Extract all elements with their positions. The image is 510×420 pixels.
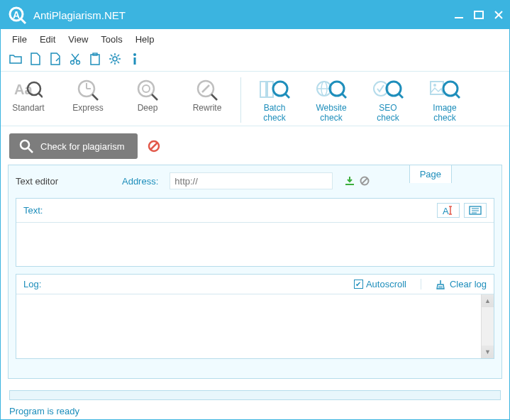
minimize-button[interactable] <box>454 10 464 20</box>
menu-file[interactable]: File <box>6 32 33 47</box>
svg-point-13 <box>113 57 117 61</box>
close-button[interactable] <box>494 10 504 20</box>
batch-check[interactable]: Batch check <box>255 77 294 123</box>
save-file-icon[interactable] <box>49 52 62 65</box>
svg-line-20 <box>118 55 120 57</box>
toolbar <box>1 50 509 72</box>
files-magnifier-icon <box>259 77 290 101</box>
menu-view[interactable]: View <box>62 32 94 47</box>
maximize-button[interactable] <box>474 10 484 20</box>
mode-standart[interactable]: Aa Standart <box>9 77 48 123</box>
settings-icon[interactable] <box>109 52 121 65</box>
svg-point-50 <box>433 84 436 87</box>
open-folder-icon[interactable] <box>9 52 22 65</box>
page-tab[interactable]: Page <box>409 165 452 183</box>
scroll-down-icon[interactable]: ▼ <box>482 346 494 358</box>
seo-check[interactable]: SEO check <box>369 77 407 123</box>
svg-point-8 <box>77 61 80 65</box>
menubar: File Edit View Tools Help <box>1 29 509 50</box>
menu-help[interactable]: Help <box>130 32 160 47</box>
prohibited-icon[interactable] <box>148 140 160 153</box>
check-plagiarism-button[interactable]: Check for plagiarism <box>9 133 138 159</box>
mode-deep[interactable]: Deep <box>128 77 167 123</box>
app-title: AntiPlagiarism.NET <box>33 9 454 21</box>
titlebar: A AntiPlagiarism.NET <box>1 1 509 29</box>
svg-point-7 <box>71 61 74 65</box>
log-panel: Log: ✔ Autoscroll Clear log ▲ ▼ <box>16 274 494 359</box>
svg-line-54 <box>28 148 33 153</box>
clock-magnifier-icon <box>75 77 101 101</box>
svg-line-30 <box>92 94 98 100</box>
svg-line-48 <box>399 94 403 98</box>
actionbar: Check for plagiarism <box>1 126 509 165</box>
address-input[interactable] <box>170 172 333 189</box>
text-panel: Text: A <box>16 198 494 267</box>
svg-line-52 <box>455 94 460 98</box>
svg-line-19 <box>118 62 120 64</box>
svg-line-33 <box>152 94 157 100</box>
log-label: Log: <box>23 279 354 289</box>
image-check[interactable]: Image check <box>426 77 464 123</box>
download-icon[interactable] <box>344 175 355 187</box>
clear-log-button[interactable]: Clear log <box>421 279 487 289</box>
image-magnifier-icon <box>429 77 460 101</box>
svg-line-18 <box>111 55 113 57</box>
svg-line-35 <box>202 85 209 92</box>
target-magnifier-icon <box>135 77 160 101</box>
paste-icon[interactable] <box>89 52 101 65</box>
svg-point-32 <box>143 85 150 92</box>
mode-express[interactable]: Express <box>69 77 107 123</box>
prohibited-small-icon[interactable] <box>360 176 370 186</box>
svg-line-36 <box>211 94 217 100</box>
content-area: Page Text editor Address: Text: A Log: ✔… <box>8 165 502 379</box>
svg-line-26 <box>38 93 43 97</box>
svg-line-40 <box>285 94 289 98</box>
broom-icon <box>436 280 445 289</box>
layout-mode-icon[interactable] <box>464 203 487 218</box>
text-label: Text: <box>23 205 437 216</box>
text-magnifier-icon: Aa <box>14 77 43 101</box>
log-content <box>16 294 481 358</box>
autoscroll-checkbox[interactable]: ✔ Autoscroll <box>354 279 406 289</box>
svg-rect-23 <box>134 57 136 65</box>
progressbar <box>9 390 501 400</box>
svg-line-45 <box>342 94 346 98</box>
cut-icon[interactable] <box>69 52 82 65</box>
svg-text:A: A <box>443 206 449 215</box>
mode-rewrite[interactable]: Rewrite <box>188 77 226 123</box>
svg-line-56 <box>150 143 157 150</box>
text-input[interactable] <box>16 223 494 264</box>
scrollbar[interactable]: ▲ ▼ <box>481 294 494 358</box>
svg-rect-4 <box>475 11 483 18</box>
font-mode-icon[interactable]: A <box>437 203 460 218</box>
statusbar: Program is ready <box>1 386 509 419</box>
search-icon <box>19 139 33 153</box>
ribbon: Aa Standart Express Deep Rewrite Batch c… <box>1 72 509 126</box>
svg-point-22 <box>133 53 136 56</box>
app-window: A AntiPlagiarism.NET File Edit View Tool… <box>0 0 510 420</box>
website-check[interactable]: Website check <box>312 77 350 123</box>
scroll-up-icon[interactable]: ▲ <box>482 294 494 307</box>
pencil-magnifier-icon <box>194 77 220 101</box>
svg-text:A: A <box>13 9 20 21</box>
svg-rect-37 <box>260 82 266 97</box>
app-logo-icon: A <box>6 4 28 26</box>
svg-line-21 <box>111 62 113 64</box>
svg-point-31 <box>138 81 154 96</box>
svg-rect-11 <box>91 55 99 65</box>
address-label: Address: <box>122 176 158 187</box>
menu-edit[interactable]: Edit <box>34 32 61 47</box>
new-file-icon[interactable] <box>29 52 42 65</box>
text-editor-label: Text editor <box>16 176 58 187</box>
svg-point-53 <box>21 140 29 149</box>
checkmark-icon: ✔ <box>354 280 363 289</box>
menu-tools[interactable]: Tools <box>95 32 128 47</box>
svg-line-59 <box>362 178 367 184</box>
globe-magnifier-icon <box>316 77 347 101</box>
svg-line-1 <box>21 18 26 23</box>
check-magnifier-icon <box>372 77 404 101</box>
info-icon[interactable] <box>128 52 141 65</box>
status-text: Program is ready <box>9 406 501 416</box>
